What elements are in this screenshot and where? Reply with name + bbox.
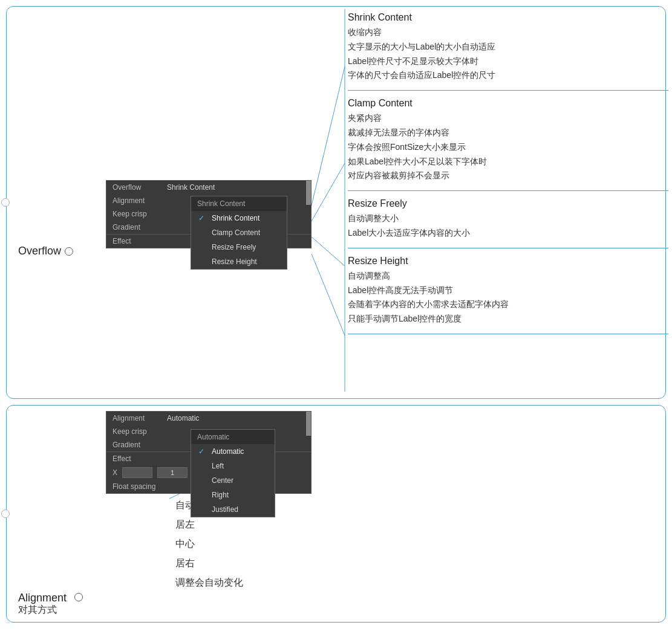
- alignment-gradient-label: Gradient: [113, 441, 167, 449]
- alignment-panel-scrollbar[interactable]: [306, 412, 311, 425]
- clamp-line-2: 字体会按照FontSize大小来显示: [348, 140, 668, 155]
- alignment-keepcrisp-label: Keep crisp: [113, 427, 167, 436]
- clamp-line-3: 如果Label控件大小不足以装下字体时: [348, 155, 668, 169]
- overflow-dropdown-item-1[interactable]: ✓ Clamp Content: [191, 225, 287, 240]
- annotation-clamp-text: 夹紧内容 裁减掉无法显示的字体内容 字体会按照FontSize大小来显示 如果L…: [348, 111, 668, 183]
- alignment-dropdown-label-2: Center: [212, 476, 233, 485]
- alignment-annotation-3: 居右: [175, 554, 417, 573]
- alignment-float-spacing-label: Float spacing: [113, 482, 167, 491]
- alignment-sublabel: 对其方式: [18, 604, 57, 616]
- overflow-panel-scrollbar[interactable]: [306, 181, 311, 194]
- overflow-annotations: Shrink Content 收缩内容 文字显示的大小与Label的大小自动适应…: [348, 9, 668, 334]
- height-line-3: 只能手动调节Label控件的宽度: [348, 312, 668, 326]
- annotation-shrink-title: Shrink Content: [348, 12, 668, 23]
- overflow-dropdown-label-0: Shrink Content: [212, 214, 259, 222]
- clamp-line-1: 裁减掉无法显示的字体内容: [348, 126, 668, 140]
- overflow-dropdown-titlebar: Shrink Content: [191, 196, 287, 211]
- overflow-check-1: ✓: [198, 228, 207, 237]
- annotation-clamp-content: Clamp Content 夹紧内容 裁减掉无法显示的字体内容 字体会按照Fon…: [348, 91, 668, 191]
- overflow-row-alignment-label: Alignment: [113, 196, 167, 205]
- overflow-dropdown[interactable]: Shrink Content ✓ Shrink Content ✓ Clamp …: [191, 196, 287, 270]
- alignment-dropdown-item-0[interactable]: ✓ Automatic: [191, 444, 275, 459]
- height-line-1: Label控件高度无法手动调节: [348, 283, 668, 298]
- overflow-circle-dot: [65, 247, 73, 256]
- overflow-label: Overflow: [18, 245, 73, 257]
- overflow-label-text: Overflow: [18, 245, 61, 257]
- overflow-row-overflow[interactable]: Overflow Shrink Content: [106, 181, 311, 194]
- alignment-circle-dot: [74, 593, 83, 601]
- overflow-dropdown-label-3: Resize Height: [212, 257, 257, 266]
- annotation-height-text: 自动调整高 Label控件高度无法手动调节 会随着字体内容的大小需求去适配字体内…: [348, 269, 668, 326]
- shrink-line-0: 收缩内容: [348, 25, 668, 40]
- shrink-line-1: 文字显示的大小与Label的大小自动适应: [348, 40, 668, 54]
- overflow-check-2: ✓: [198, 243, 207, 251]
- overflow-dropdown-item-2[interactable]: ✓ Resize Freely: [191, 240, 287, 254]
- alignment-label: Alignment: [18, 592, 83, 604]
- alignment-dropdown-label-0: Automatic: [212, 447, 244, 456]
- height-line-2: 会随着字体内容的大小需求去适配字体内容: [348, 297, 668, 312]
- overflow-check-0: ✓: [198, 214, 207, 222]
- annotation-freely-title: Resize Freely: [348, 198, 668, 209]
- annotation-freely-text: 自动调整大小 Label大小去适应字体内容的大小: [348, 212, 668, 241]
- page-container: Overflow Overflow Shrink Content: [0, 0, 672, 631]
- annotation-resize-freely: Resize Freely 自动调整大小 Label大小去适应字体内容的大小: [348, 191, 668, 248]
- alignment-dropdown-item-2[interactable]: ✓ Center: [191, 473, 275, 488]
- shrink-line-2: Label控件尺寸不足显示较大字体时: [348, 54, 668, 69]
- alignment-annotation-2: 中心: [175, 534, 417, 554]
- alignment-dropdown-item-4[interactable]: ✓ Justified: [191, 502, 275, 517]
- alignment-input-x[interactable]: [122, 467, 152, 478]
- overflow-dropdown-label-1: Clamp Content: [212, 228, 260, 237]
- freely-line-1: Label大小去适应字体内容的大小: [348, 226, 668, 241]
- alignment-dropdown-label-3: Right: [212, 491, 229, 499]
- alignment-input-num[interactable]: 1: [157, 467, 188, 478]
- freely-line-0: 自动调整大小: [348, 212, 668, 226]
- height-line-0: 自动调整高: [348, 269, 668, 283]
- alignment-dropdown[interactable]: Automatic ✓ Automatic ✓ Left ✓ Center ✓ …: [191, 429, 275, 517]
- alignment-check-3: ✓: [198, 491, 207, 499]
- overflow-effect-label: Effect: [113, 237, 131, 245]
- alignment-check-4: ✓: [198, 505, 207, 514]
- annotation-shrink-text: 收缩内容 文字显示的大小与Label的大小自动适应 Label控件尺寸不足显示较…: [348, 25, 668, 83]
- overflow-row-overflow-value: Shrink Content: [167, 183, 305, 192]
- alignment-row-alignment[interactable]: Alignment Automatic: [106, 412, 311, 425]
- alignment-dropdown-item-1[interactable]: ✓ Left: [191, 459, 275, 473]
- alignment-row-label: Alignment: [113, 414, 167, 422]
- overflow-row-gradient-label: Gradient: [113, 223, 167, 231]
- alignment-left-dot: [1, 510, 10, 518]
- alignment-label-text: Alignment: [18, 592, 67, 604]
- alignment-input-x-label: X: [113, 468, 117, 477]
- alignment-check-0: ✓: [198, 447, 207, 456]
- overflow-left-dot: [1, 198, 10, 207]
- alignment-dropdown-label-1: Left: [212, 462, 224, 470]
- overflow-section: Overflow Overflow Shrink Content: [6, 6, 666, 399]
- overflow-dropdown-item-3[interactable]: ✓ Resize Height: [191, 254, 287, 269]
- annotation-shrink-content: Shrink Content 收缩内容 文字显示的大小与Label的大小自动适应…: [348, 9, 668, 91]
- overflow-row-keepcrisp-label: Keep crisp: [113, 210, 167, 218]
- alignment-input-num-value: 1: [171, 469, 174, 476]
- alignment-check-2: ✓: [198, 476, 207, 485]
- clamp-line-4: 对应内容被裁剪掉不会显示: [348, 169, 668, 183]
- clamp-line-0: 夹紧内容: [348, 111, 668, 126]
- annotation-height-title: Resize Height: [348, 256, 668, 267]
- overflow-dropdown-active-value: Shrink Content: [197, 199, 245, 208]
- overflow-check-3: ✓: [198, 257, 207, 266]
- alignment-dropdown-item-3[interactable]: ✓ Right: [191, 488, 275, 502]
- alignment-dropdown-active-value: Automatic: [197, 433, 229, 441]
- alignment-dropdown-titlebar: Automatic: [191, 430, 275, 444]
- overflow-dropdown-item-0[interactable]: ✓ Shrink Content: [191, 211, 287, 225]
- alignment-effect-label: Effect: [113, 455, 131, 463]
- alignment-check-1: ✓: [198, 462, 207, 470]
- annotation-clamp-title: Clamp Content: [348, 98, 668, 109]
- alignment-row-value: Automatic: [167, 414, 305, 422]
- overflow-dropdown-label-2: Resize Freely: [212, 243, 256, 251]
- alignment-dropdown-label-4: Justified: [212, 505, 238, 514]
- shrink-line-3: 字体的尺寸会自动适应Label控件的尺寸: [348, 68, 668, 83]
- annotation-resize-height: Resize Height 自动调整高 Label控件高度无法手动调节 会随着字…: [348, 248, 668, 334]
- overflow-row-overflow-label: Overflow: [113, 183, 167, 192]
- alignment-annotation-1: 居左: [175, 515, 417, 534]
- alignment-section: Alignment 对其方式 Alignment Automatic Keep …: [6, 405, 666, 623]
- alignment-annotation-4: 调整会自动变化: [175, 573, 417, 592]
